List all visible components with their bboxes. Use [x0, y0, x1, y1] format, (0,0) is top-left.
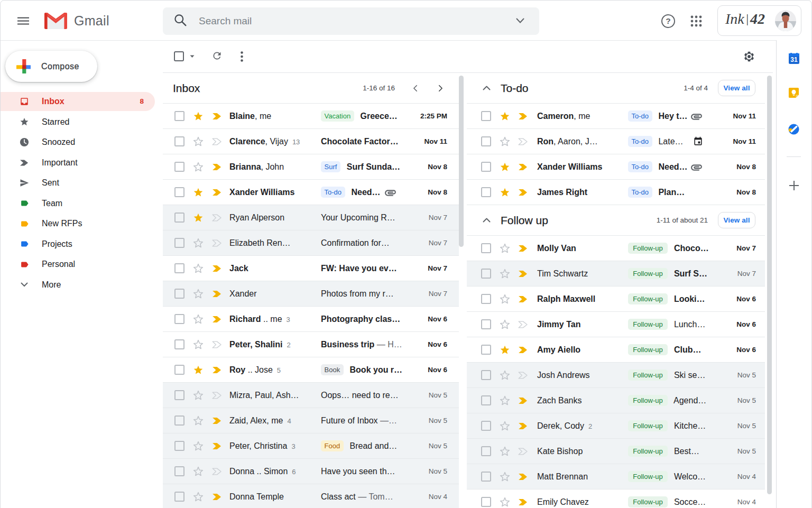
svg-text:31: 31 — [790, 56, 798, 63]
